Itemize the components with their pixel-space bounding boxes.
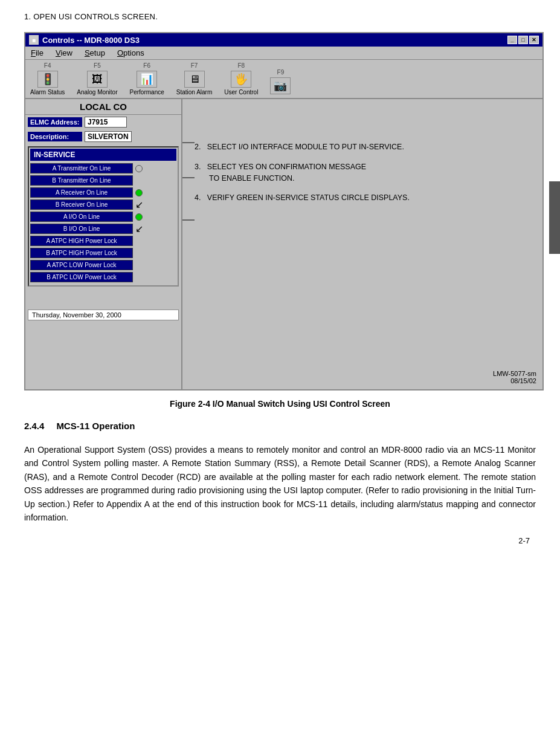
description-value: SILVERTON [85,131,132,142]
left-panel: LOCAL CO ELMC Address: J7915 Description… [25,99,182,389]
window-title: Controls -- MDR-8000 DS3 [42,36,140,45]
page-number: 2-7 [24,536,536,545]
inservice-row-8: A ATPC LOW Power Lock [30,260,176,270]
menu-view[interactable]: View [54,48,74,58]
fkey-f5: F5 [94,62,101,69]
window-titlebar: ■ Controls -- MDR-8000 DS3 _ □ ✕ [25,33,542,47]
inservice-btn-b-io[interactable]: B I/O On Line [30,224,133,234]
station-alarm-icon-box: 🖥 [184,71,205,88]
inservice-btn-b-atpc-high[interactable]: B ATPC HIGH Power Lock [30,248,133,258]
arrow-b-io: ↙ [135,224,143,234]
analog-monitor-label: Analog Monitor [77,89,117,96]
inservice-row-3: B Receiver On Line ↙ [30,199,176,210]
fkey-f9: F9 [277,69,285,76]
section-number: 2.4.4 [24,421,44,431]
inservice-btn-b-receiver[interactable]: B Receiver On Line [30,199,133,210]
maximize-button[interactable]: □ [518,36,528,44]
elmc-address-label: ELMC Address: [28,117,82,127]
instruction-4-text: VERIFY GREEN IN-SERVICE STATUS CIRCLE DI… [207,193,410,202]
figure-container: ■ Controls -- MDR-8000 DS3 _ □ ✕ File Vi… [24,32,544,390]
alarm-status-icon-box: 🚦 [37,71,58,88]
inservice-btn-a-receiver[interactable]: A Receiver On Line [30,187,133,198]
instruction-4-number: 4. [195,193,205,202]
alarm-status-label: Alarm Status [30,89,65,96]
status-circle-a-transmitter [135,165,143,172]
menu-file[interactable]: File [29,48,45,58]
station-icon: 🖥 [189,73,200,86]
fkey-f7: F7 [191,62,198,69]
inservice-btn-b-atpc-low[interactable]: B ATPC LOW Power Lock [30,272,133,282]
titlebar-buttons[interactable]: _ □ ✕ [507,36,539,44]
instruction-4: 4. VERIFY GREEN IN-SERVICE STATUS CIRCLE… [195,192,530,204]
f9-icon-box: 📷 [270,77,291,94]
inservice-btn-a-atpc-low[interactable]: A ATPC LOW Power Lock [30,260,133,270]
menu-bar: File View Setup Options [25,47,542,60]
inservice-row-9: B ATPC LOW Power Lock [30,272,176,282]
fkey-f4: F4 [44,62,51,69]
status-circle-a-receiver [135,189,143,196]
toolbar: F4 🚦 Alarm Status F5 🖼 Analog Monitor F6… [25,60,542,99]
inservice-btn-a-transmitter[interactable]: A Transmitter On Line [30,163,133,173]
local-co-text: LOCAL CO [80,102,127,112]
description-row: Description: SILVERTON [25,129,181,144]
date-bar: Thursday, November 30, 2000 [28,309,179,320]
section-title: MCS-11 Operation [56,421,135,431]
status-circle-a-io [135,213,143,221]
arrow-b-receiver: ↙ [135,200,143,210]
right-panel: 2. SELECT I/O INTERFACE MODULE TO PUT IN… [182,99,542,389]
close-button[interactable]: ✕ [529,36,539,44]
inservice-row-7: B ATPC HIGH Power Lock [30,248,176,258]
inservice-row-5: B I/O On Line ↙ [30,224,176,234]
menu-options[interactable]: Options [115,48,146,58]
instruction-2: 2. SELECT I/O INTERFACE MODULE TO PUT IN… [195,141,530,153]
toolbar-performance[interactable]: F6 📊 Performance [130,62,164,96]
f9-icon: 📷 [274,79,287,92]
fkey-f6: F6 [143,62,150,69]
instruction-3: 3. SELECT YES ON CONFIRMATION MESSAGE TO… [195,161,530,184]
performance-icon: 📊 [140,73,153,86]
monitor-icon: 🖼 [92,73,103,86]
toolbar-user-control[interactable]: F8 🖐 User Control [224,62,258,96]
lmw-line2: 08/15/02 [493,377,536,384]
toolbar-f9[interactable]: F9 📷 [270,69,291,96]
inservice-btn-a-atpc-high[interactable]: A ATPC HIGH Power Lock [30,236,133,246]
toolbar-alarm-status[interactable]: F4 🚦 Alarm Status [30,62,65,96]
performance-label: Performance [130,89,164,96]
elmc-address-value: J7915 [85,117,127,128]
inservice-btn-a-io[interactable]: A I/O On Line [30,212,133,222]
inservice-row-6: A ATPC HIGH Power Lock [30,236,176,246]
inservice-row-4: A I/O On Line [30,212,176,222]
station-alarm-label: Station Alarm [176,89,212,96]
main-area: LOCAL CO ELMC Address: J7915 Description… [25,99,542,389]
user-control-label: User Control [224,89,258,96]
inservice-row-0: A Transmitter On Line [30,163,176,173]
local-co-header: LOCAL CO [25,99,181,115]
traffic-light-icon: 🚦 [41,73,54,86]
instruction-2-number: 2. [195,143,205,151]
user-control-icon-box: 🖐 [231,71,251,88]
right-edge-tab [549,181,560,254]
fkey-f8: F8 [237,62,245,69]
minimize-button[interactable]: _ [507,36,517,44]
inservice-row-1: B Transmitter On Line [30,175,176,186]
performance-icon-box: 📊 [137,71,157,88]
instruction-3-number: 3. [195,163,205,171]
description-label: Description: [28,132,82,141]
toolbar-station-alarm[interactable]: F7 🖥 Station Alarm [176,62,212,96]
user-control-icon: 🖐 [234,73,248,86]
instruction-2-text: SELECT I/O INTERFACE MODULE TO PUT IN-SE… [207,143,404,151]
inservice-title: IN-SERVICE [30,149,176,161]
analog-monitor-icon-box: 🖼 [87,71,108,88]
spacer [25,289,181,307]
menu-setup[interactable]: Setup [83,48,107,58]
lmw-line1: LMW-5077-sm [493,370,536,377]
inservice-btn-b-transmitter[interactable]: B Transmitter On Line [30,175,133,186]
lmw-reference: LMW-5077-sm 08/15/02 [493,370,536,384]
window-icon: ■ [29,35,39,45]
toolbar-analog-monitor[interactable]: F5 🖼 Analog Monitor [77,62,117,96]
inservice-row-2: A Receiver On Line [30,187,176,198]
elmc-address-row: ELMC Address: J7915 [25,115,181,129]
step-1-text: 1. OPEN USI CONTROLS SCREEN. [24,12,536,21]
inservice-panel: IN-SERVICE A Transmitter On Line B Trans… [28,146,179,287]
instruction-3-text: SELECT YES ON CONFIRMATION MESSAGE TO EN… [195,163,366,183]
